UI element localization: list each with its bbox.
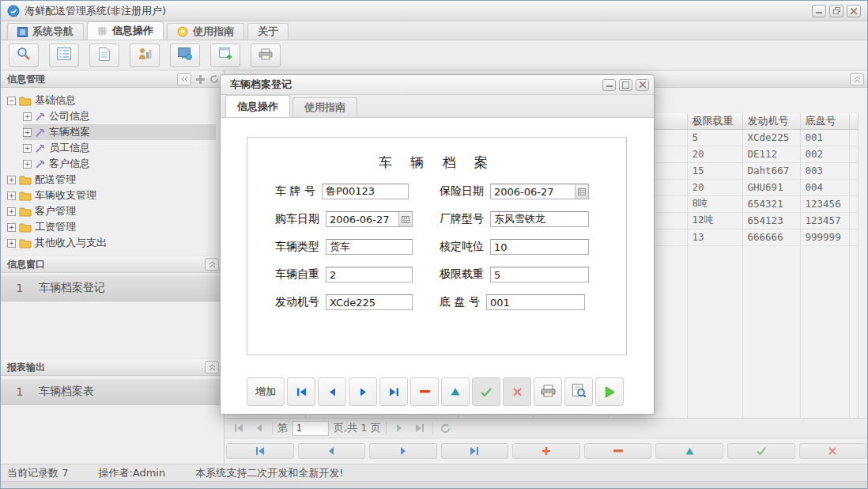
chassis-no-input[interactable]: [486, 294, 585, 310]
record-count-status: 当前记录数 7: [7, 466, 68, 480]
expand-node-icon[interactable]: [7, 191, 16, 200]
add-panel-icon[interactable]: [196, 75, 205, 84]
cancel-record-button[interactable]: [799, 443, 867, 459]
add-record-button[interactable]: [512, 443, 580, 459]
weight-limit-input[interactable]: [490, 267, 589, 282]
report-output-list-item[interactable]: 1 车辆档案表: [1, 379, 224, 405]
vehicle-type-label: 车辆类型: [275, 240, 319, 254]
delete-record-button[interactable]: [410, 377, 439, 406]
expand-node-icon[interactable]: [23, 112, 32, 121]
next-record-button[interactable]: [369, 443, 437, 459]
list-view-toolbar-button[interactable]: [49, 44, 79, 67]
calendar-icon[interactable]: [398, 212, 412, 226]
last-record-button[interactable]: [379, 377, 408, 406]
restore-button[interactable]: [829, 5, 843, 17]
search-toolbar-button[interactable]: [9, 44, 39, 67]
tree-node-vehicle-archive[interactable]: 车辆档案: [23, 124, 216, 140]
menu-tab-bar: 系统导航 信息操作 使用指南 关于: [1, 21, 867, 40]
collapse-node-icon[interactable]: [7, 97, 16, 105]
tree-node-customer-mgmt[interactable]: 客户管理: [7, 203, 224, 219]
col-weight-limit[interactable]: 极限载重: [687, 113, 742, 129]
dialog-tab-user-guide[interactable]: 使用指南: [292, 97, 357, 117]
expand-node-icon[interactable]: [7, 223, 16, 232]
edit-record-button[interactable]: [441, 377, 470, 406]
expand-node-icon[interactable]: [23, 128, 32, 137]
col-engine-no[interactable]: 发动机号: [742, 113, 800, 129]
document-toolbar-button[interactable]: [89, 44, 119, 67]
cancel-record-button[interactable]: [503, 377, 531, 406]
engine-no-input[interactable]: [326, 294, 413, 310]
pager-refresh-icon[interactable]: [438, 420, 454, 436]
brand-model-input[interactable]: [490, 211, 589, 227]
pager-page-input[interactable]: [292, 421, 329, 436]
vehicle-weight-input[interactable]: [326, 267, 413, 282]
dialog-maximize-button[interactable]: [619, 79, 632, 91]
pager-first-icon[interactable]: [231, 420, 247, 436]
dialog-minimize-button[interactable]: [602, 79, 616, 91]
new-window-toolbar-button[interactable]: [210, 44, 240, 67]
tree-node-salary-mgmt[interactable]: 工资管理: [7, 219, 224, 235]
vehicle-form-panel: 车 辆 档 案 车 牌 号 保险日期 购车日期 厂牌型号: [247, 137, 627, 355]
tree-node-company-info[interactable]: 公司信息: [23, 108, 224, 124]
collapse-panel-icon[interactable]: [205, 258, 219, 271]
prev-record-button[interactable]: [298, 443, 366, 459]
execute-button[interactable]: [595, 377, 624, 406]
monitor-toolbar-button[interactable]: [170, 44, 200, 67]
tree-node-basic-info[interactable]: 基础信息: [7, 93, 224, 108]
next-record-button[interactable]: [349, 377, 377, 406]
printer-toolbar-button[interactable]: [251, 44, 281, 67]
vehicle-archive-dialog: 车辆档案登记 信息操作 使用指南 车 辆 档 案 车 牌 号 保险日期: [220, 74, 655, 415]
rated-tonnage-input[interactable]: [490, 239, 589, 255]
prev-record-button[interactable]: [318, 377, 346, 406]
tab-info-operation[interactable]: 信息操作: [87, 21, 164, 40]
refresh-icon[interactable]: [209, 74, 219, 84]
user-report-toolbar-button[interactable]: [130, 44, 160, 67]
col-chassis-no[interactable]: 底盘号: [800, 113, 849, 129]
expand-node-icon[interactable]: [7, 176, 16, 184]
expand-node-icon[interactable]: [23, 160, 32, 169]
post-record-button[interactable]: [727, 443, 795, 459]
first-record-button[interactable]: [287, 377, 315, 406]
expand-node-icon[interactable]: [7, 207, 16, 216]
info-window-list-item[interactable]: 1 车辆档案登记: [1, 275, 224, 301]
dialog-close-button[interactable]: [636, 79, 649, 91]
dialog-tab-info-operation[interactable]: 信息操作: [225, 95, 290, 117]
add-button[interactable]: 增加: [247, 377, 285, 406]
pager-prev-icon[interactable]: [251, 420, 267, 436]
close-button[interactable]: [847, 5, 861, 17]
delete-record-button[interactable]: [584, 443, 652, 459]
edit-record-button[interactable]: [655, 443, 723, 459]
print-preview-button[interactable]: [564, 377, 593, 406]
plate-number-input[interactable]: [322, 184, 409, 199]
tree-node-other-income-expense[interactable]: 其他收入与支出: [7, 235, 224, 251]
pager-last-icon[interactable]: [412, 420, 428, 436]
collapse-panel-icon[interactable]: [205, 361, 219, 373]
tree-node-customer-info[interactable]: 客户信息: [23, 156, 224, 172]
collapse-sidebar-button[interactable]: [177, 73, 191, 85]
tab-about[interactable]: 关于: [247, 23, 289, 40]
collapse-main-panel-icon[interactable]: [850, 73, 864, 85]
tab-system-nav[interactable]: 系统导航: [7, 23, 84, 40]
vehicle-type-input[interactable]: [326, 239, 413, 255]
print-button[interactable]: [534, 377, 562, 406]
tree-node-delivery-mgmt[interactable]: 配送管理: [7, 172, 224, 188]
minimize-button[interactable]: [812, 5, 826, 17]
tree-node-employee-info[interactable]: 员工信息: [23, 140, 224, 156]
tab-user-guide[interactable]: 使用指南: [167, 23, 244, 40]
grid-dots-icon: [97, 26, 108, 36]
folder-icon: [19, 191, 32, 201]
post-record-button[interactable]: [472, 377, 500, 406]
first-record-button[interactable]: [226, 443, 294, 459]
window-titlebar[interactable]: 海鲜配送管理系统(非注册用户): [1, 1, 867, 21]
info-mgmt-panel-header: 信息管理: [1, 70, 224, 88]
printer-icon: [259, 48, 273, 63]
last-record-button[interactable]: [441, 443, 509, 459]
pager-next-icon[interactable]: [391, 420, 407, 436]
tree-node-vehicle-finance-mgmt[interactable]: 车辆收支管理: [7, 188, 224, 203]
expand-node-icon[interactable]: [23, 144, 32, 153]
calendar-icon[interactable]: [575, 184, 588, 199]
form-title: 车 辆 档 案: [247, 154, 626, 172]
vehicle-weight-label: 车辆自重: [275, 267, 319, 282]
dialog-titlebar[interactable]: 车辆档案登记: [221, 75, 654, 95]
expand-node-icon[interactable]: [7, 239, 16, 248]
